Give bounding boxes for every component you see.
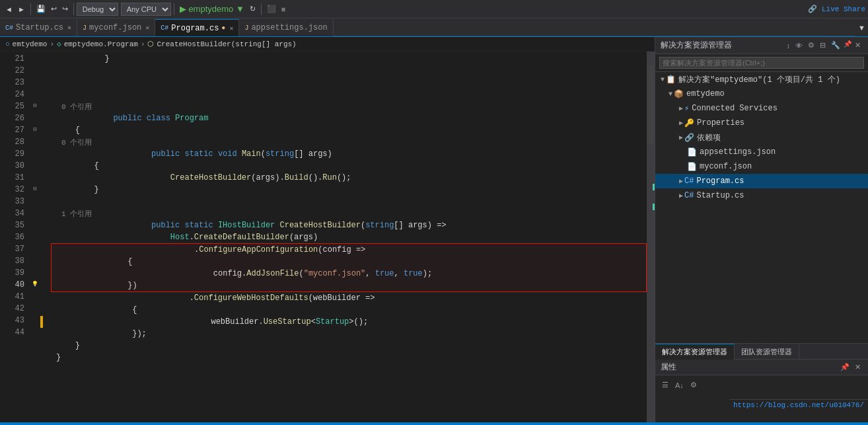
format-button[interactable]: ≡ xyxy=(279,4,288,15)
tree-appsettings[interactable]: 📄 appsettings.json xyxy=(655,145,868,159)
filter-button[interactable]: ⚙ xyxy=(806,40,816,50)
run-button[interactable]: ▶ emptydemo ▼ xyxy=(177,4,247,14)
pin-icon: 📌 xyxy=(844,40,851,50)
connected-expand-icon[interactable]: ▶ xyxy=(679,104,683,112)
tree-properties[interactable]: ▶ 🔑 Properties xyxy=(655,116,868,130)
breadcrumb-namespace-icon2: ◇ xyxy=(57,40,61,48)
code-line-21[interactable]: } xyxy=(40,53,647,65)
tab-startup[interactable]: C# Startup.cs ✕ xyxy=(0,19,77,36)
breadcrumb-namespace[interactable]: emptydemo.Program xyxy=(64,40,138,48)
solution-label: 解决方案"emptydemo"(1 个项目/共 1 个) xyxy=(678,74,840,85)
undo-button[interactable]: ↩ xyxy=(48,3,59,15)
tree-solution-root[interactable]: ▼ 📋 解决方案"emptydemo"(1 个项目/共 1 个) xyxy=(655,72,868,87)
code-line-31[interactable] xyxy=(40,196,647,208)
code-line-34[interactable]: .ConfigureAppConfiguration(config => xyxy=(52,244,646,256)
deps-expand-icon[interactable]: ▶ xyxy=(679,134,683,141)
g40-bp[interactable]: 💡 xyxy=(30,278,40,290)
properties-button[interactable]: 🔧 xyxy=(829,40,842,50)
build-config-dropdown[interactable]: Debug xyxy=(77,3,118,16)
lower-tab-solution[interactable]: 解决方案资源管理器 xyxy=(655,344,735,360)
code-line-42[interactable]: } xyxy=(40,340,647,352)
tab-appsettings[interactable]: J appsettings.json xyxy=(239,19,333,36)
properties-expand-icon[interactable]: ▶ xyxy=(679,119,683,127)
main-layout: ○ emtydemo › ◇ emptydemo.Program › ⬡ Cre… xyxy=(0,37,868,422)
code-line-27[interactable]: public static void Main(string[] args) xyxy=(40,148,647,160)
tree-startup[interactable]: ▶ C# Startup.cs xyxy=(655,188,868,203)
program-expand-icon[interactable]: ▶ xyxy=(679,177,683,185)
lower-tab-team[interactable]: 团队资源管理器 xyxy=(735,344,799,360)
g27-collapse[interactable]: ⊟ xyxy=(30,123,40,135)
solution-expand-icon[interactable]: ▼ xyxy=(661,76,665,83)
myconf-file-icon: 📄 xyxy=(687,162,697,172)
tab-startup-close[interactable]: ✕ xyxy=(67,24,71,32)
code-line-26[interactable]: { xyxy=(40,124,647,136)
forward-button[interactable]: ► xyxy=(15,4,28,15)
g44 xyxy=(30,325,40,337)
redo-button[interactable]: ↪ xyxy=(59,3,71,15)
tab-program-label: Program.cs xyxy=(171,24,219,33)
props-settings-btn[interactable]: ⚙ xyxy=(688,379,700,391)
project-expand-icon[interactable]: ▼ xyxy=(669,91,672,98)
code-line-40[interactable]: webBuilder.UseStartup<Startup>(); xyxy=(40,316,647,328)
save-button[interactable]: 💾 xyxy=(34,3,48,15)
properties-panel-header: 属性 📌 ✕ xyxy=(655,360,868,375)
live-share-link[interactable]: 🔗 Live Share xyxy=(808,5,865,13)
props-category-btn[interactable]: ☰ xyxy=(659,379,671,391)
close-panel-button[interactable]: ✕ xyxy=(853,40,863,50)
tab-myconf-close[interactable]: ✕ xyxy=(145,24,149,32)
scroll-indicator-2 xyxy=(653,204,655,210)
code-line-23[interactable] xyxy=(40,77,647,89)
ln-43: 43 xyxy=(5,315,24,327)
breakpoint-button[interactable]: ⬛ xyxy=(264,3,279,15)
v-scrollbar-thumb[interactable] xyxy=(647,65,654,144)
startup-expand-icon[interactable]: ▶ xyxy=(679,192,683,200)
tree-myconf[interactable]: 📄 myconf.json xyxy=(655,159,868,174)
code-line-36[interactable]: config.AddJsonFile("myconf.json", true, … xyxy=(52,268,646,280)
tab-myconf[interactable]: J myconf.json ✕ xyxy=(77,19,155,36)
g39 xyxy=(30,266,40,278)
props-close-button[interactable]: ✕ xyxy=(853,362,863,372)
ln-29: 29 xyxy=(5,148,24,160)
collapse-gutter: ⊟ ⊟ ⊟ 💡 xyxy=(30,52,40,422)
g25-collapse[interactable]: ⊟ xyxy=(30,99,40,111)
tree-deps[interactable]: ▶ 🔗 依赖项 xyxy=(655,130,868,145)
tree-project[interactable]: ▼ 📦 emtydemo xyxy=(655,87,868,101)
ln-30: 30 xyxy=(5,160,24,172)
properties-title: 属性 xyxy=(661,362,676,373)
sync-button[interactable]: ↕ xyxy=(785,40,793,50)
code-line-24[interactable] xyxy=(40,89,647,100)
tab-list-button[interactable]: ▼ xyxy=(855,19,868,36)
back-button[interactable]: ◄ xyxy=(3,4,15,15)
tree-connected-services[interactable]: ▶ ⚡ Connected Services xyxy=(655,101,868,116)
props-pin-button[interactable]: 📌 xyxy=(838,362,851,372)
ln-39: 39 xyxy=(5,267,24,279)
code-line-30[interactable]: } xyxy=(40,184,647,196)
tab-spacer xyxy=(334,36,855,36)
props-panel-tools: 📌 ✕ xyxy=(838,362,863,372)
editor-area: ○ emtydemo › ◇ emptydemo.Program › ⬡ Cre… xyxy=(0,37,655,422)
ln-24: 24 xyxy=(5,89,24,100)
code-line-25[interactable]: public class Program xyxy=(40,112,647,124)
tab-program[interactable]: C# Program.cs ● ✕ xyxy=(155,19,239,36)
code-line-38[interactable]: .ConfigureWebHostDefaults(webBuilder => xyxy=(40,292,647,304)
platform-dropdown[interactable]: Any CPU xyxy=(121,3,171,16)
code-line-43[interactable]: } xyxy=(40,352,647,364)
show-all-button[interactable]: 👁 xyxy=(793,40,805,50)
code-line-29[interactable]: CreateHostBuilder(args).Build().Run(); xyxy=(40,172,647,184)
g26 xyxy=(30,111,40,123)
v-scrollbar[interactable] xyxy=(647,52,655,422)
program-file-icon: C# xyxy=(684,176,694,186)
code-editor[interactable]: } 0 个引用 public class Program xyxy=(40,52,647,422)
code-line-41[interactable]: }); xyxy=(40,328,647,340)
breadcrumb-project[interactable]: emtydemo xyxy=(13,40,48,48)
g32-collapse[interactable]: ⊟ xyxy=(30,182,40,194)
solution-search-input[interactable] xyxy=(659,57,864,69)
code-line-44[interactable] xyxy=(40,364,647,375)
breadcrumb-method[interactable]: CreateHostBuilder(string[] args) xyxy=(157,40,296,48)
collapse-all-button[interactable]: ⊟ xyxy=(818,40,828,50)
tree-program[interactable]: ▶ C# Program.cs xyxy=(655,174,868,188)
code-line-22[interactable] xyxy=(40,65,647,77)
refresh-button[interactable]: ↻ xyxy=(247,3,258,15)
props-alpha-btn[interactable]: A↓ xyxy=(672,379,686,391)
tab-program-close[interactable]: ✕ xyxy=(229,24,233,32)
